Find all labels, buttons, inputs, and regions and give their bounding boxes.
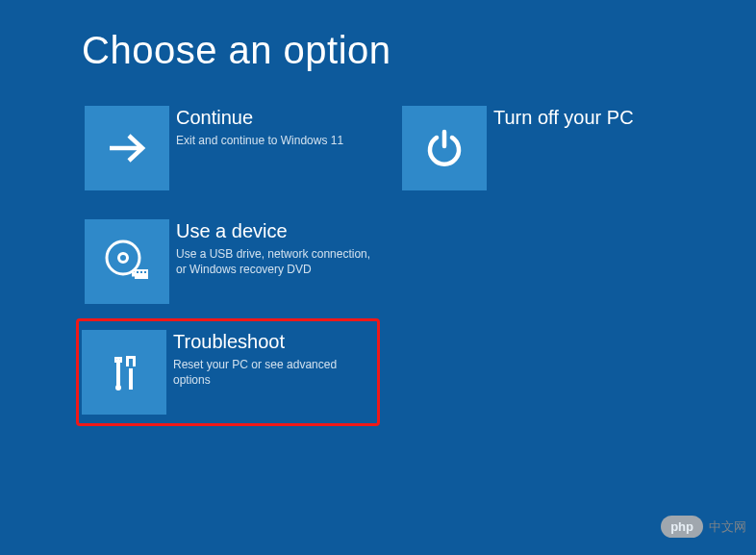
option-continue[interactable]: Continue Exit and continue to Windows 11 bbox=[82, 103, 380, 193]
options-column-left: Continue Exit and continue to Windows 11 bbox=[82, 103, 380, 426]
svg-point-1 bbox=[107, 241, 139, 274]
option-use-device-title: Use a device bbox=[176, 219, 377, 242]
svg-rect-4 bbox=[132, 272, 136, 277]
svg-rect-5 bbox=[137, 271, 139, 273]
option-use-device-desc: Use a USB drive, network connection, or … bbox=[176, 246, 377, 277]
option-use-device[interactable]: Use a device Use a USB drive, network co… bbox=[82, 216, 380, 307]
svg-rect-3 bbox=[135, 269, 148, 279]
page-title: Choose an option bbox=[82, 29, 674, 72]
option-turn-off-title: Turn off your PC bbox=[493, 106, 634, 129]
option-troubleshoot-desc: Reset your PC or see advanced options bbox=[173, 357, 369, 388]
power-icon bbox=[402, 106, 487, 190]
disc-usb-icon bbox=[85, 219, 169, 304]
options-grid: Continue Exit and continue to Windows 11 bbox=[82, 103, 674, 426]
option-continue-title: Continue bbox=[176, 106, 343, 129]
option-turn-off-text: Turn off your PC bbox=[493, 106, 634, 133]
option-troubleshoot-text: Troubleshoot Reset your PC or see advanc… bbox=[173, 330, 369, 388]
svg-rect-7 bbox=[144, 271, 146, 273]
svg-rect-6 bbox=[140, 271, 142, 273]
option-turn-off[interactable]: Turn off your PC bbox=[399, 103, 668, 193]
svg-rect-8 bbox=[116, 359, 120, 388]
arrow-right-icon bbox=[85, 106, 169, 190]
option-continue-text: Continue Exit and continue to Windows 11 bbox=[176, 106, 343, 148]
options-column-right: Turn off your PC bbox=[399, 103, 668, 426]
svg-point-9 bbox=[115, 385, 121, 391]
svg-rect-10 bbox=[129, 368, 133, 390]
svg-point-2 bbox=[119, 254, 128, 263]
recovery-screen: Choose an option Continue Exit and conti… bbox=[0, 0, 756, 455]
option-continue-desc: Exit and continue to Windows 11 bbox=[176, 133, 343, 148]
option-troubleshoot-title: Troubleshoot bbox=[173, 330, 369, 353]
watermark-badge: php bbox=[661, 516, 703, 538]
watermark: php 中文网 bbox=[661, 516, 746, 538]
tools-icon bbox=[82, 330, 166, 415]
option-troubleshoot[interactable]: Troubleshoot Reset your PC or see advanc… bbox=[76, 318, 380, 426]
watermark-text: 中文网 bbox=[709, 518, 746, 536]
option-use-device-text: Use a device Use a USB drive, network co… bbox=[176, 219, 377, 277]
